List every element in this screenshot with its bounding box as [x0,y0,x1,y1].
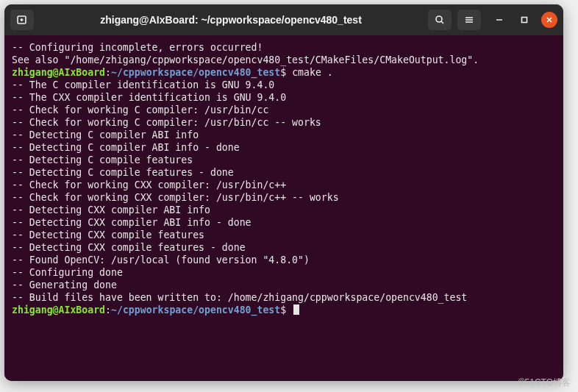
terminal-line: -- Configuring incomplete, errors occurr… [12,41,556,54]
terminal-line: -- The C compiler identification is GNU … [12,79,556,91]
terminal-text: -- Detecting C compiler ABI info - done [12,142,240,153]
terminal-text: -- Check for working CXX compiler: /usr/… [12,192,339,203]
terminal-text: cmake . [292,67,333,78]
terminal-line: -- Detecting C compile features [12,154,556,166]
terminal-text: -- Check for working C compiler: /usr/bi… [12,117,321,128]
menu-button[interactable] [457,10,481,30]
svg-point-3 [436,16,442,22]
window-title: zhigang@AIxBoard: ~/cppworkspace/opencv4… [40,14,422,26]
maximize-button[interactable] [516,12,532,28]
terminal-line: -- Check for working C compiler: /usr/bi… [12,104,556,116]
terminal-text: See also "/home/zhigang/cppworkspace/ope… [12,54,479,65]
close-icon [546,16,553,24]
terminal-line: -- Detecting CXX compile features - done [12,241,556,254]
hamburger-icon [463,14,475,26]
terminal-text: ~/cppworkspace/opencv480_test [111,67,280,78]
terminal-line: -- Check for working CXX compiler: /usr/… [12,191,556,204]
terminal-text: -- The C compiler identification is GNU … [12,79,274,90]
terminal-line: See also "/home/zhigang/cppworkspace/ope… [12,54,556,66]
terminal-text: $ [280,304,292,316]
terminal-line: -- Check for working C compiler: /usr/bi… [12,116,556,129]
minimize-icon [496,16,503,24]
terminal-text: -- Generating done [12,279,117,291]
titlebar: zhigang@AIxBoard: ~/cppworkspace/opencv4… [4,4,563,35]
terminal-line: -- The CXX compiler identification is GN… [12,91,556,104]
terminal-line: -- Detecting C compile features - done [12,166,556,179]
terminal-text: : [105,67,111,78]
terminal-text: -- Detecting CXX compile features [12,229,204,240]
terminal-text: -- Found OpenCV: /usr/local (found versi… [12,254,310,266]
maximize-icon [521,16,528,24]
search-icon [434,14,446,26]
terminal-text: -- Build files have been written to: /ho… [12,292,467,303]
terminal-body[interactable]: -- Configuring incomplete, errors occurr… [4,35,563,381]
terminal-text: $ [280,67,292,78]
terminal-line: -- Configuring done [12,266,556,279]
terminal-text: -- Detecting C compiler ABI info [12,129,199,140]
terminal-text: ~/cppworkspace/opencv480_test [111,304,280,316]
terminal-line: -- Found OpenCV: /usr/local (found versi… [12,254,556,266]
terminal-text: -- Detecting C compile features - done [12,167,234,178]
cursor [293,304,299,315]
terminal-text: -- Configuring done [12,267,123,278]
terminal-text: -- Check for working CXX compiler: /usr/… [12,179,286,190]
terminal-text: -- Detecting CXX compiler ABI info [12,204,210,215]
search-button[interactable] [428,10,452,30]
terminal-line: -- Check for working CXX compiler: /usr/… [12,179,556,191]
terminal-line: -- Generating done [12,279,556,291]
terminal-line: -- Detecting CXX compiler ABI info [12,204,556,216]
terminal-line: -- Detecting CXX compiler ABI info - don… [12,216,556,229]
terminal-text: -- Detecting CXX compiler ABI info - don… [12,217,251,228]
terminal-line: zhigang@AIxBoard:~/cppworkspace/opencv48… [12,304,556,316]
terminal-line: -- Build files have been written to: /ho… [12,291,556,304]
watermark: ©51CTO博客 [518,377,571,389]
svg-rect-9 [522,18,527,23]
terminal-line: -- Detecting CXX compile features [12,229,556,241]
terminal-text: zhigang@AIxBoard [12,304,105,316]
terminal-text: -- Check for working C compiler: /usr/bi… [12,104,268,115]
terminal-text: -- The CXX compiler identification is GN… [12,92,286,103]
close-button[interactable] [541,12,557,28]
terminal-text: -- Configuring incomplete, errors occurr… [12,42,263,53]
terminal-text: zhigang@AIxBoard [12,67,105,78]
terminal-text: : [105,304,111,316]
window-controls [491,12,557,28]
terminal-line: -- Detecting C compiler ABI info [12,129,556,141]
new-tab-icon [16,14,28,26]
terminal-text: -- Detecting C compile features [12,154,193,165]
svg-line-4 [441,21,443,24]
new-tab-button[interactable] [10,10,34,30]
minimize-button[interactable] [491,12,507,28]
terminal-text: -- Detecting CXX compile features - done [12,242,246,253]
terminal-line: -- Detecting C compiler ABI info - done [12,141,556,154]
terminal-line: zhigang@AIxBoard:~/cppworkspace/opencv48… [12,66,556,79]
terminal-window: zhigang@AIxBoard: ~/cppworkspace/opencv4… [4,4,563,381]
